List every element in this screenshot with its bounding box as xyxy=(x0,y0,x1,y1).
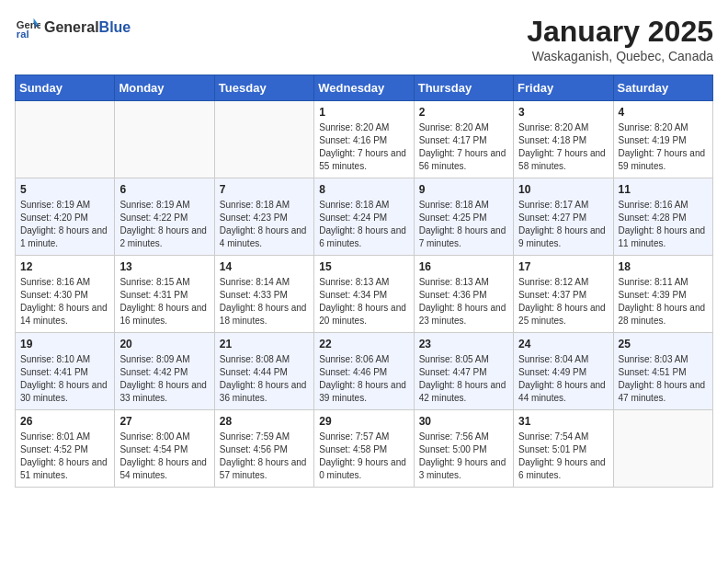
calendar-cell xyxy=(613,410,712,488)
calendar-cell: 15 Sunrise: 8:13 AMSunset: 4:34 PMDaylig… xyxy=(314,256,414,333)
day-info: Sunrise: 8:14 AMSunset: 4:33 PMDaylight:… xyxy=(220,276,309,327)
calendar-week-row: 1 Sunrise: 8:20 AMSunset: 4:16 PMDayligh… xyxy=(16,101,713,178)
calendar-cell: 25 Sunrise: 8:03 AMSunset: 4:51 PMDaylig… xyxy=(613,333,712,410)
day-info: Sunrise: 8:20 AMSunset: 4:16 PMDaylight:… xyxy=(319,121,408,173)
logo-general: General xyxy=(44,19,99,35)
day-number: 11 xyxy=(619,183,708,196)
calendar-cell: 28 Sunrise: 7:59 AMSunset: 4:56 PMDaylig… xyxy=(214,410,313,488)
calendar-cell: 27 Sunrise: 8:00 AMSunset: 4:54 PMDaylig… xyxy=(115,410,214,488)
day-number: 29 xyxy=(319,415,408,428)
day-number: 30 xyxy=(419,415,508,428)
calendar-cell: 1 Sunrise: 8:20 AMSunset: 4:16 PMDayligh… xyxy=(314,101,414,178)
calendar-week-row: 5 Sunrise: 8:19 AMSunset: 4:20 PMDayligh… xyxy=(16,178,713,256)
day-info: Sunrise: 7:56 AMSunset: 5:00 PMDaylight:… xyxy=(419,431,508,482)
day-info: Sunrise: 8:05 AMSunset: 4:47 PMDaylight:… xyxy=(419,353,508,405)
day-number: 19 xyxy=(20,338,109,350)
calendar-cell: 18 Sunrise: 8:11 AMSunset: 4:39 PMDaylig… xyxy=(613,256,712,333)
calendar-cell xyxy=(214,101,313,178)
day-number: 17 xyxy=(518,260,608,273)
day-info: Sunrise: 8:17 AMSunset: 4:27 PMDaylight:… xyxy=(518,199,608,250)
calendar-cell: 17 Sunrise: 8:12 AMSunset: 4:37 PMDaylig… xyxy=(514,256,613,333)
day-number: 9 xyxy=(419,183,508,196)
calendar-cell: 11 Sunrise: 8:16 AMSunset: 4:28 PMDaylig… xyxy=(613,178,712,256)
calendar-cell: 16 Sunrise: 8:13 AMSunset: 4:36 PMDaylig… xyxy=(414,256,513,333)
day-info: Sunrise: 8:20 AMSunset: 4:17 PMDaylight:… xyxy=(419,121,508,173)
calendar-table: SundayMondayTuesdayWednesdayThursdayFrid… xyxy=(15,75,713,488)
header: Gene ral GeneralBlue January 2025 Waskag… xyxy=(15,15,713,63)
calendar-cell: 8 Sunrise: 8:18 AMSunset: 4:24 PMDayligh… xyxy=(314,178,414,256)
day-number: 6 xyxy=(119,183,209,196)
day-number: 4 xyxy=(619,106,708,119)
calendar-cell: 20 Sunrise: 8:09 AMSunset: 4:42 PMDaylig… xyxy=(115,333,214,410)
day-info: Sunrise: 8:15 AMSunset: 4:31 PMDaylight:… xyxy=(119,276,209,327)
day-info: Sunrise: 8:19 AMSunset: 4:20 PMDaylight:… xyxy=(20,199,109,250)
calendar-cell: 5 Sunrise: 8:19 AMSunset: 4:20 PMDayligh… xyxy=(16,178,115,256)
calendar-week-row: 19 Sunrise: 8:10 AMSunset: 4:41 PMDaylig… xyxy=(16,333,713,410)
day-info: Sunrise: 8:00 AMSunset: 4:54 PMDaylight:… xyxy=(119,431,209,482)
day-number: 24 xyxy=(518,338,608,350)
day-info: Sunrise: 8:06 AMSunset: 4:46 PMDaylight:… xyxy=(319,353,408,405)
day-info: Sunrise: 8:01 AMSunset: 4:52 PMDaylight:… xyxy=(20,431,109,482)
calendar-cell: 12 Sunrise: 8:16 AMSunset: 4:30 PMDaylig… xyxy=(16,256,115,333)
day-info: Sunrise: 8:12 AMSunset: 4:37 PMDaylight:… xyxy=(518,276,608,327)
day-number: 28 xyxy=(220,415,309,428)
day-number: 31 xyxy=(518,415,608,428)
day-info: Sunrise: 8:13 AMSunset: 4:36 PMDaylight:… xyxy=(419,276,508,327)
day-number: 25 xyxy=(619,338,708,350)
day-info: Sunrise: 7:57 AMSunset: 4:58 PMDaylight:… xyxy=(319,431,408,482)
logo-text: GeneralBlue xyxy=(44,19,131,36)
day-info: Sunrise: 7:54 AMSunset: 5:01 PMDaylight:… xyxy=(518,431,608,482)
day-number: 8 xyxy=(319,183,408,196)
calendar-cell: 7 Sunrise: 8:18 AMSunset: 4:23 PMDayligh… xyxy=(214,178,313,256)
weekday-header: Wednesday xyxy=(314,75,414,101)
calendar-cell: 9 Sunrise: 8:18 AMSunset: 4:25 PMDayligh… xyxy=(414,178,513,256)
calendar-cell: 19 Sunrise: 8:10 AMSunset: 4:41 PMDaylig… xyxy=(16,333,115,410)
calendar-cell xyxy=(115,101,214,178)
day-number: 27 xyxy=(119,415,209,428)
day-number: 12 xyxy=(20,260,109,273)
calendar-week-row: 12 Sunrise: 8:16 AMSunset: 4:30 PMDaylig… xyxy=(16,256,713,333)
calendar-cell: 4 Sunrise: 8:20 AMSunset: 4:19 PMDayligh… xyxy=(613,101,712,178)
calendar-cell: 24 Sunrise: 8:04 AMSunset: 4:49 PMDaylig… xyxy=(514,333,613,410)
weekday-header: Friday xyxy=(514,75,613,101)
day-info: Sunrise: 8:18 AMSunset: 4:25 PMDaylight:… xyxy=(419,199,508,250)
calendar-cell: 14 Sunrise: 8:14 AMSunset: 4:33 PMDaylig… xyxy=(214,256,313,333)
day-number: 3 xyxy=(518,106,608,119)
day-info: Sunrise: 8:20 AMSunset: 4:19 PMDaylight:… xyxy=(619,121,708,173)
weekday-header: Tuesday xyxy=(214,75,313,101)
day-number: 7 xyxy=(220,183,309,196)
svg-text:ral: ral xyxy=(17,29,29,40)
day-info: Sunrise: 8:08 AMSunset: 4:44 PMDaylight:… xyxy=(220,353,309,405)
title-area: January 2025 Waskaganish, Quebec, Canada xyxy=(527,15,713,63)
day-number: 10 xyxy=(518,183,608,196)
logo-icon: Gene ral xyxy=(15,15,40,40)
day-info: Sunrise: 8:18 AMSunset: 4:24 PMDaylight:… xyxy=(319,199,408,250)
day-number: 2 xyxy=(419,106,508,119)
day-info: Sunrise: 7:59 AMSunset: 4:56 PMDaylight:… xyxy=(220,431,309,482)
day-info: Sunrise: 8:09 AMSunset: 4:42 PMDaylight:… xyxy=(119,353,209,405)
day-info: Sunrise: 8:10 AMSunset: 4:41 PMDaylight:… xyxy=(20,353,109,405)
calendar-header-row: SundayMondayTuesdayWednesdayThursdayFrid… xyxy=(16,75,713,101)
day-info: Sunrise: 8:19 AMSunset: 4:22 PMDaylight:… xyxy=(119,199,209,250)
calendar-cell xyxy=(16,101,115,178)
day-info: Sunrise: 8:11 AMSunset: 4:39 PMDaylight:… xyxy=(619,276,708,327)
day-number: 16 xyxy=(419,260,508,273)
day-number: 1 xyxy=(319,106,408,119)
day-number: 18 xyxy=(619,260,708,273)
day-info: Sunrise: 8:20 AMSunset: 4:18 PMDaylight:… xyxy=(518,121,608,173)
calendar-cell: 10 Sunrise: 8:17 AMSunset: 4:27 PMDaylig… xyxy=(514,178,613,256)
calendar-cell: 6 Sunrise: 8:19 AMSunset: 4:22 PMDayligh… xyxy=(115,178,214,256)
day-info: Sunrise: 8:04 AMSunset: 4:49 PMDaylight:… xyxy=(518,353,608,405)
weekday-header: Monday xyxy=(115,75,214,101)
calendar-cell: 2 Sunrise: 8:20 AMSunset: 4:17 PMDayligh… xyxy=(414,101,513,178)
calendar-title: January 2025 xyxy=(527,15,713,49)
day-number: 5 xyxy=(20,183,109,196)
day-number: 23 xyxy=(419,338,508,350)
calendar-cell: 23 Sunrise: 8:05 AMSunset: 4:47 PMDaylig… xyxy=(414,333,513,410)
calendar-subtitle: Waskaganish, Quebec, Canada xyxy=(527,49,713,63)
calendar-cell: 30 Sunrise: 7:56 AMSunset: 5:00 PMDaylig… xyxy=(414,410,513,488)
day-info: Sunrise: 8:03 AMSunset: 4:51 PMDaylight:… xyxy=(619,353,708,405)
day-number: 26 xyxy=(20,415,109,428)
day-info: Sunrise: 8:13 AMSunset: 4:34 PMDaylight:… xyxy=(319,276,408,327)
day-info: Sunrise: 8:16 AMSunset: 4:30 PMDaylight:… xyxy=(20,276,109,327)
